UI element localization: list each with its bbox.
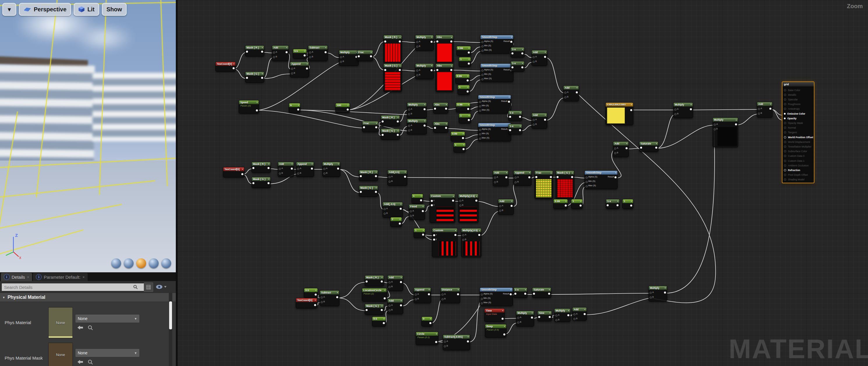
pin[interactable] [544, 119, 546, 121]
viewport-highlighted-icon[interactable] [136, 258, 146, 268]
use-selected-arrow-icon[interactable] [77, 359, 84, 365]
pin[interactable] [758, 108, 760, 110]
collapse-arrow-icon[interactable]: ▴ [479, 229, 480, 232]
lit-button[interactable]: Lit [74, 3, 99, 16]
pin[interactable] [784, 169, 786, 171]
pin[interactable] [555, 319, 557, 321]
pin[interactable] [397, 121, 399, 123]
pin[interactable] [586, 181, 588, 183]
pin[interactable] [314, 304, 316, 306]
pin[interactable] [514, 293, 516, 295]
pin[interactable] [363, 126, 365, 128]
pin[interactable] [481, 302, 483, 304]
node-multiply[interactable]: Multiply▾AB [415, 35, 434, 51]
node-multiply[interactable]: Multiply▾AB [415, 63, 434, 79]
expand-arrow-icon[interactable]: ▾ [397, 117, 399, 119]
pin[interactable] [416, 70, 418, 72]
pin[interactable] [494, 176, 496, 179]
display-filter-button[interactable] [144, 282, 153, 292]
pin[interactable] [505, 176, 507, 178]
expand-arrow-icon[interactable]: ▾ [656, 142, 657, 145]
tab-details[interactable]: i Details × [1, 273, 32, 281]
pin[interactable] [268, 167, 270, 169]
pin[interactable] [784, 174, 786, 176]
node-1-x[interactable]: 1-x▾ [510, 47, 525, 58]
expand-arrow-icon[interactable]: ▾ [315, 289, 316, 292]
pin[interactable] [784, 108, 786, 110]
use-selected-arrow-icon[interactable] [77, 324, 84, 331]
pin[interactable] [517, 322, 519, 324]
material-pin-anisotropy[interactable]: Anisotropy [782, 106, 814, 111]
pin[interactable] [503, 333, 505, 335]
node-0-5[interactable]: 0.5▾ [304, 288, 318, 298]
pin[interactable] [509, 116, 511, 118]
preview-viewport[interactable]: ▾ Perspective Lit Show Z x [0, 0, 176, 272]
node-add[interactable]: Add▾AB [498, 199, 514, 215]
expand-arrow-icon[interactable]: ▾ [383, 318, 384, 320]
pin[interactable] [389, 305, 391, 307]
node-abs[interactable]: Abs▾ [433, 102, 448, 113]
pin[interactable] [499, 205, 501, 207]
pin[interactable] [457, 293, 459, 295]
pin[interactable] [735, 123, 737, 125]
node-add-0-5[interactable]: Add(,0.5)▾AB [388, 170, 407, 186]
pin[interactable] [452, 200, 454, 202]
node-mask-g[interactable]: Mask ( G )▴ [383, 63, 402, 92]
node-custom[interactable]: Custom▴xy [430, 194, 455, 223]
expand-arrow-icon[interactable]: ▾ [576, 87, 578, 89]
collapse-arrow-icon[interactable]: ▴ [399, 36, 401, 38]
pin[interactable] [784, 141, 786, 143]
pin[interactable] [424, 108, 426, 110]
material-pin-tessellation-multiplier[interactable]: Tessellation Multiplier [782, 144, 814, 149]
pin[interactable] [268, 182, 270, 184]
material-pin-base-color[interactable]: Base Color [782, 88, 814, 93]
expand-arrow-icon[interactable]: ▾ [615, 172, 616, 174]
close-icon[interactable]: × [82, 275, 85, 279]
pin[interactable] [384, 69, 386, 71]
expand-arrow-icon[interactable]: ▾ [626, 142, 627, 145]
material-pin-pixel-depth-offset[interactable]: Pixel Depth Offset [782, 172, 814, 177]
node-add[interactable]: Add▾AB [531, 113, 547, 129]
pin[interactable] [510, 41, 512, 43]
pin[interactable] [655, 146, 657, 149]
node-subtract[interactable]: Subtract▾AB [308, 45, 328, 61]
pin[interactable] [375, 191, 377, 193]
node-smoothstep[interactable]: SmoothStep▾Alpha (S)Min (S)Max (S)Result [585, 170, 618, 189]
node-multiply[interactable]: Multiply▴AB [713, 118, 738, 147]
pin[interactable] [246, 77, 248, 79]
pin[interactable] [375, 126, 377, 128]
expand-arrow-icon[interactable]: ▾ [401, 276, 402, 279]
expand-arrow-icon[interactable]: ▾ [430, 318, 431, 320]
pin[interactable] [431, 204, 433, 206]
pin[interactable] [574, 313, 576, 315]
pin[interactable] [479, 105, 481, 107]
pin[interactable] [252, 167, 254, 169]
pin[interactable] [468, 63, 470, 65]
node-1[interactable]: 1▾ [459, 113, 471, 123]
pin[interactable] [650, 296, 652, 299]
pin[interactable] [482, 50, 484, 52]
expand-arrow-icon[interactable]: ▾ [502, 309, 503, 312]
pin[interactable] [416, 74, 418, 76]
expand-arrow-icon[interactable]: ▾ [522, 48, 523, 51]
pin[interactable] [444, 341, 446, 343]
node-texcoord-0[interactable]: TexCoord[0]▾ [223, 167, 245, 177]
pin[interactable] [433, 234, 435, 236]
phys-material-mask-combobox[interactable]: None ▼ [75, 348, 140, 357]
pin[interactable] [315, 294, 317, 296]
pin[interactable] [297, 168, 299, 170]
node-1[interactable]: 1▾ [458, 85, 470, 95]
search-details-input[interactable] [1, 283, 151, 291]
pin[interactable] [397, 134, 399, 136]
expand-arrow-icon[interactable]: ▾ [468, 58, 469, 61]
pin[interactable] [459, 200, 461, 202]
pin[interactable] [479, 110, 481, 112]
pin[interactable] [384, 213, 386, 215]
expand-arrow-icon[interactable]: ▾ [467, 86, 468, 89]
expand-arrow-icon[interactable]: ▾ [580, 200, 581, 202]
expand-arrow-icon[interactable]: ▾ [506, 172, 507, 174]
collapse-arrow-icon[interactable]: ▴ [551, 172, 552, 174]
pin[interactable] [252, 182, 254, 184]
pin[interactable] [384, 208, 386, 210]
expand-arrow-icon[interactable]: ▾ [463, 133, 464, 135]
